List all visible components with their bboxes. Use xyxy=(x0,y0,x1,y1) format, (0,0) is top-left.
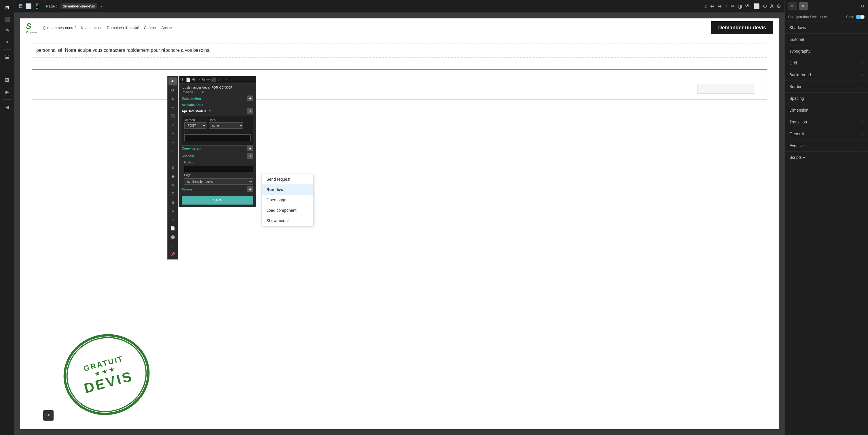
strip-pin-icon[interactable]: 📌 xyxy=(168,250,177,258)
sidebar-icon-layers[interactable]: ⬛ xyxy=(2,14,12,24)
page-select[interactable]: confirmation-devis xyxy=(184,178,253,185)
strip-file-icon[interactable]: 📄 xyxy=(168,224,177,232)
context-load-component[interactable]: Load component xyxy=(262,205,313,215)
strip-font-icon[interactable]: A xyxy=(168,207,177,215)
edit-icon[interactable]: ✏ xyxy=(731,3,735,9)
sidebar-icon-add[interactable]: ⊕ xyxy=(2,25,12,36)
panel-item-transition[interactable]: Transition › xyxy=(785,116,868,128)
panel-stop-icon[interactable]: ⬛ xyxy=(211,77,216,82)
font-icon[interactable]: A xyxy=(770,3,774,9)
goto-url-input[interactable] xyxy=(184,166,253,172)
preview-icon[interactable]: 👁 xyxy=(745,3,750,9)
panel-eye-icon[interactable]: 👁 xyxy=(181,77,185,82)
success-add[interactable]: + xyxy=(247,153,253,159)
panel-item-editorial[interactable]: Editorial › xyxy=(785,34,868,45)
failure-title[interactable]: Failure xyxy=(182,188,192,191)
panel-item-general[interactable]: General › xyxy=(785,128,868,140)
strip-copy-icon[interactable]: ⧉ xyxy=(168,164,177,172)
strip-eye-icon[interactable]: 👁 xyxy=(168,77,177,86)
api-add-btn[interactable]: + xyxy=(247,108,253,114)
sidebar-icon-video[interactable]: ▶ xyxy=(2,87,12,97)
panel-pencil-icon[interactable]: ✏ xyxy=(207,77,210,82)
strip-arrow-h[interactable]: ↔ xyxy=(168,138,177,146)
tablet-icon[interactable]: ⬜ xyxy=(25,3,32,9)
more-settings-icon[interactable]: ⚙ xyxy=(776,3,781,9)
strip-pen-icon[interactable]: ✏ xyxy=(168,181,177,189)
panel-gear-icon[interactable]: ⚙ xyxy=(192,77,195,82)
panel-settings-icon[interactable]: ⚙ xyxy=(861,4,865,8)
strip-stop-icon[interactable]: ⬛ xyxy=(168,112,177,120)
page-dropdown-arrow[interactable]: ▾ xyxy=(101,4,102,8)
nav-link-1[interactable]: Nos services xyxy=(81,26,102,30)
sidebar-icon-collapse[interactable]: ◀ xyxy=(2,102,12,112)
strip-expand-icon[interactable]: ⤢ xyxy=(168,121,177,129)
panel-item-typography[interactable]: Typography › xyxy=(785,45,868,57)
sidebar-icon-building[interactable]: 🏛 xyxy=(2,52,12,62)
context-open-page[interactable]: Open page xyxy=(262,195,313,205)
success-title[interactable]: Success xyxy=(182,154,195,158)
strip-arrow-up[interactable]: ↑ xyxy=(168,155,177,163)
panel-item-scripts[interactable]: Scripts + › xyxy=(785,152,868,163)
state-toggle-switch[interactable] xyxy=(856,15,865,19)
panel-item-spacing[interactable]: Spacing › xyxy=(785,93,868,104)
panel-tab-pencil1[interactable]: ✏ xyxy=(788,2,797,10)
sidebar-icon-image[interactable]: 🖼 xyxy=(2,75,12,86)
strip-delete-icon[interactable]: ✕ xyxy=(168,215,177,224)
layout-icon[interactable]: ⬜ xyxy=(753,3,760,9)
sidebar-icon-upload[interactable]: ↑ xyxy=(2,64,12,74)
strip-gear-icon[interactable]: ⚙ xyxy=(168,86,177,94)
panel-arrowh-icon[interactable]: ↔ xyxy=(225,77,229,82)
url-input[interactable] xyxy=(184,134,251,141)
query-param-title[interactable]: Query param xyxy=(182,147,201,150)
panel-tab-pencil2[interactable]: ✏ xyxy=(799,2,808,10)
canvas-area[interactable]: S Propreté Qui sommes-nous ? Nos service… xyxy=(14,13,784,435)
strip-refresh-icon[interactable]: ↻ xyxy=(168,95,177,103)
page-name[interactable]: demander-un-devis xyxy=(60,3,97,9)
data-binding-title[interactable]: Data binding xyxy=(182,97,201,100)
redo-icon[interactable]: ↪ xyxy=(717,3,722,9)
visibility-badge[interactable]: 👁 xyxy=(43,410,54,421)
sidebar-icon-star[interactable]: ✦ xyxy=(2,37,12,47)
panel-expand-icon[interactable]: ⤢ xyxy=(217,77,221,82)
panel-item-background[interactable]: Background › xyxy=(785,69,868,81)
query-param-add[interactable]: + xyxy=(247,145,253,151)
panel-item-shadows[interactable]: Shadows › xyxy=(785,22,868,34)
strip-text-icon[interactable]: T xyxy=(168,190,177,198)
strip-circle2-icon[interactable]: ⬤ xyxy=(168,233,177,241)
form-input[interactable] xyxy=(698,84,755,94)
panel-refresh-icon[interactable]: ↻ xyxy=(202,77,205,82)
state-toggle[interactable]: State xyxy=(846,15,865,19)
api-refresh-icon[interactable]: ↻ xyxy=(208,109,212,113)
available-data-title[interactable]: Available Data xyxy=(182,103,203,106)
method-select[interactable]: POST GET PUT DELETE xyxy=(184,122,207,129)
nav-link-4[interactable]: Accueil xyxy=(161,26,174,30)
strip-pencil-icon[interactable]: ✏ xyxy=(168,103,177,111)
add-icon[interactable]: + xyxy=(724,3,728,9)
strip-circle-icon[interactable]: ◉ xyxy=(168,172,177,180)
context-send-request[interactable]: Send request xyxy=(262,174,313,185)
nav-link-2[interactable]: Domaines d'activité xyxy=(107,26,139,30)
desktop-icon[interactable]: 🖥 xyxy=(18,3,23,9)
settings-icon[interactable]: ⚙ xyxy=(763,3,767,9)
home-icon[interactable]: ⌂ xyxy=(705,3,708,9)
panel-item-border[interactable]: Border › xyxy=(785,81,868,93)
nav-cta-button[interactable]: Demander un devis xyxy=(711,21,773,34)
panel-item-grid[interactable]: Grid › xyxy=(785,57,868,69)
panel-item-dimension[interactable]: Dimension › xyxy=(785,104,868,116)
context-run-flow[interactable]: Run flow xyxy=(262,185,313,195)
strip-add-icon[interactable]: + xyxy=(168,129,177,137)
panel-plus-icon[interactable]: + xyxy=(222,77,224,82)
strip-down2-icon[interactable]: ↓ xyxy=(168,241,177,249)
data-binding-add[interactable]: + xyxy=(247,96,253,101)
strip-trash-icon[interactable]: 🗑 xyxy=(168,198,177,206)
mobile-icon[interactable]: 📱 xyxy=(34,3,40,9)
panel-file-icon[interactable]: 📄 xyxy=(186,77,191,82)
context-show-modal[interactable]: Show modal xyxy=(262,215,313,226)
save-button[interactable]: Save xyxy=(182,196,253,205)
panel-item-events[interactable]: Events + › xyxy=(785,140,868,152)
body-select[interactable]: none json form xyxy=(209,122,243,129)
nav-link-0[interactable]: Qui sommes-nous ? xyxy=(42,26,76,30)
strip-arrow-down[interactable]: ↓ xyxy=(168,146,177,155)
failure-add[interactable]: + xyxy=(247,187,253,192)
undo-icon[interactable]: ↩ xyxy=(710,3,714,9)
